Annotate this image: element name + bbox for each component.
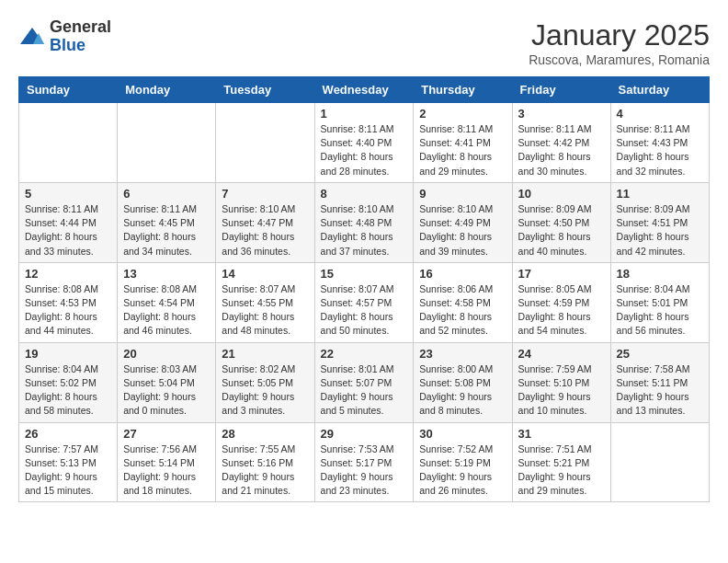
logo-text: General Blue bbox=[50, 18, 111, 55]
day-info: Sunrise: 8:06 AM Sunset: 4:58 PM Dayligh… bbox=[419, 282, 506, 339]
calendar-cell: 6Sunrise: 8:11 AM Sunset: 4:45 PM Daylig… bbox=[118, 182, 216, 262]
day-info: Sunrise: 7:56 AM Sunset: 5:14 PM Dayligh… bbox=[123, 442, 210, 499]
day-info: Sunrise: 8:10 AM Sunset: 4:47 PM Dayligh… bbox=[222, 202, 308, 259]
day-number: 27 bbox=[123, 427, 210, 441]
day-info: Sunrise: 8:03 AM Sunset: 5:04 PM Dayligh… bbox=[123, 362, 210, 419]
day-number: 17 bbox=[518, 267, 605, 281]
title-block: January 2025 Ruscova, Maramures, Romania bbox=[529, 18, 710, 67]
week-row-1: 1Sunrise: 8:11 AM Sunset: 4:40 PM Daylig… bbox=[19, 103, 710, 183]
calendar-cell: 16Sunrise: 8:06 AM Sunset: 4:58 PM Dayli… bbox=[414, 262, 512, 342]
day-info: Sunrise: 8:07 AM Sunset: 4:55 PM Dayligh… bbox=[222, 282, 308, 339]
calendar-cell: 13Sunrise: 8:08 AM Sunset: 4:54 PM Dayli… bbox=[118, 262, 216, 342]
logo: General Blue bbox=[18, 18, 111, 55]
day-info: Sunrise: 7:53 AM Sunset: 5:17 PM Dayligh… bbox=[321, 442, 408, 499]
calendar-cell: 3Sunrise: 8:11 AM Sunset: 4:42 PM Daylig… bbox=[512, 103, 610, 183]
calendar-cell: 10Sunrise: 8:09 AM Sunset: 4:50 PM Dayli… bbox=[512, 182, 610, 262]
weekday-header-friday: Friday bbox=[512, 77, 610, 103]
day-info: Sunrise: 8:04 AM Sunset: 5:02 PM Dayligh… bbox=[25, 362, 111, 419]
day-number: 23 bbox=[419, 347, 506, 361]
day-number: 15 bbox=[321, 267, 408, 281]
calendar-cell: 28Sunrise: 7:55 AM Sunset: 5:16 PM Dayli… bbox=[216, 422, 314, 502]
day-number: 18 bbox=[617, 267, 703, 281]
calendar-cell: 17Sunrise: 8:05 AM Sunset: 4:59 PM Dayli… bbox=[512, 262, 610, 342]
calendar-cell: 14Sunrise: 8:07 AM Sunset: 4:55 PM Dayli… bbox=[216, 262, 314, 342]
weekday-header-saturday: Saturday bbox=[610, 77, 709, 103]
calendar-cell: 12Sunrise: 8:08 AM Sunset: 4:53 PM Dayli… bbox=[19, 262, 118, 342]
day-number: 19 bbox=[25, 347, 111, 361]
day-info: Sunrise: 8:11 AM Sunset: 4:45 PM Dayligh… bbox=[123, 202, 210, 259]
day-number: 11 bbox=[617, 187, 703, 201]
calendar-cell: 2Sunrise: 8:11 AM Sunset: 4:41 PM Daylig… bbox=[414, 103, 512, 183]
day-info: Sunrise: 8:04 AM Sunset: 5:01 PM Dayligh… bbox=[617, 282, 703, 339]
calendar-cell: 31Sunrise: 7:51 AM Sunset: 5:21 PM Dayli… bbox=[512, 422, 610, 502]
day-info: Sunrise: 8:11 AM Sunset: 4:44 PM Dayligh… bbox=[25, 202, 111, 259]
day-number: 16 bbox=[419, 267, 506, 281]
day-info: Sunrise: 8:08 AM Sunset: 4:54 PM Dayligh… bbox=[123, 282, 210, 339]
day-number: 10 bbox=[518, 187, 605, 201]
calendar-cell: 30Sunrise: 7:52 AM Sunset: 5:19 PM Dayli… bbox=[414, 422, 512, 502]
day-number: 24 bbox=[518, 347, 605, 361]
day-number: 9 bbox=[419, 187, 506, 201]
calendar-table: SundayMondayTuesdayWednesdayThursdayFrid… bbox=[18, 76, 710, 502]
day-number: 20 bbox=[123, 347, 210, 361]
weekday-header-thursday: Thursday bbox=[414, 77, 512, 103]
day-number: 21 bbox=[222, 347, 308, 361]
day-info: Sunrise: 8:05 AM Sunset: 4:59 PM Dayligh… bbox=[518, 282, 605, 339]
day-number: 30 bbox=[419, 427, 506, 441]
day-number: 29 bbox=[321, 427, 408, 441]
calendar-cell bbox=[19, 103, 118, 183]
calendar-cell: 19Sunrise: 8:04 AM Sunset: 5:02 PM Dayli… bbox=[19, 342, 118, 422]
calendar-cell: 29Sunrise: 7:53 AM Sunset: 5:17 PM Dayli… bbox=[314, 422, 414, 502]
week-row-5: 26Sunrise: 7:57 AM Sunset: 5:13 PM Dayli… bbox=[19, 422, 710, 502]
day-info: Sunrise: 8:11 AM Sunset: 4:43 PM Dayligh… bbox=[617, 122, 703, 178]
day-info: Sunrise: 8:10 AM Sunset: 4:49 PM Dayligh… bbox=[419, 202, 506, 259]
day-info: Sunrise: 8:09 AM Sunset: 4:50 PM Dayligh… bbox=[518, 202, 605, 259]
logo-blue: Blue bbox=[50, 36, 85, 54]
day-info: Sunrise: 7:52 AM Sunset: 5:19 PM Dayligh… bbox=[419, 442, 506, 499]
day-number: 13 bbox=[123, 267, 210, 281]
logo-general: General bbox=[50, 17, 111, 36]
day-info: Sunrise: 8:10 AM Sunset: 4:48 PM Dayligh… bbox=[321, 202, 408, 259]
day-info: Sunrise: 7:51 AM Sunset: 5:21 PM Dayligh… bbox=[518, 442, 605, 499]
day-info: Sunrise: 8:08 AM Sunset: 4:53 PM Dayligh… bbox=[25, 282, 111, 339]
day-number: 14 bbox=[222, 267, 308, 281]
calendar-cell bbox=[610, 422, 709, 502]
weekday-header-sunday: Sunday bbox=[19, 77, 118, 103]
day-info: Sunrise: 8:11 AM Sunset: 4:42 PM Dayligh… bbox=[518, 122, 605, 178]
calendar-cell: 8Sunrise: 8:10 AM Sunset: 4:48 PM Daylig… bbox=[314, 182, 414, 262]
day-number: 25 bbox=[617, 347, 703, 361]
calendar-cell: 11Sunrise: 8:09 AM Sunset: 4:51 PM Dayli… bbox=[610, 182, 709, 262]
calendar-cell bbox=[118, 103, 216, 183]
day-number: 5 bbox=[25, 187, 111, 201]
calendar-cell: 21Sunrise: 8:02 AM Sunset: 5:05 PM Dayli… bbox=[216, 342, 314, 422]
calendar-cell: 4Sunrise: 8:11 AM Sunset: 4:43 PM Daylig… bbox=[610, 103, 709, 183]
week-row-3: 12Sunrise: 8:08 AM Sunset: 4:53 PM Dayli… bbox=[19, 262, 710, 342]
calendar-cell: 22Sunrise: 8:01 AM Sunset: 5:07 PM Dayli… bbox=[314, 342, 414, 422]
day-number: 2 bbox=[419, 107, 506, 121]
day-number: 4 bbox=[617, 107, 703, 121]
day-number: 8 bbox=[321, 187, 408, 201]
calendar-cell: 23Sunrise: 8:00 AM Sunset: 5:08 PM Dayli… bbox=[414, 342, 512, 422]
calendar-cell: 1Sunrise: 8:11 AM Sunset: 4:40 PM Daylig… bbox=[314, 103, 414, 183]
day-info: Sunrise: 8:11 AM Sunset: 4:41 PM Dayligh… bbox=[419, 122, 506, 178]
calendar-cell: 24Sunrise: 7:59 AM Sunset: 5:10 PM Dayli… bbox=[512, 342, 610, 422]
month-title: January 2025 bbox=[529, 18, 710, 52]
calendar-cell: 5Sunrise: 8:11 AM Sunset: 4:44 PM Daylig… bbox=[19, 182, 118, 262]
calendar-cell: 15Sunrise: 8:07 AM Sunset: 4:57 PM Dayli… bbox=[314, 262, 414, 342]
day-number: 26 bbox=[25, 427, 111, 441]
calendar-cell: 7Sunrise: 8:10 AM Sunset: 4:47 PM Daylig… bbox=[216, 182, 314, 262]
calendar-cell: 18Sunrise: 8:04 AM Sunset: 5:01 PM Dayli… bbox=[610, 262, 709, 342]
day-info: Sunrise: 8:01 AM Sunset: 5:07 PM Dayligh… bbox=[321, 362, 408, 419]
day-number: 6 bbox=[123, 187, 210, 201]
calendar-cell: 20Sunrise: 8:03 AM Sunset: 5:04 PM Dayli… bbox=[118, 342, 216, 422]
weekday-header-monday: Monday bbox=[118, 77, 216, 103]
calendar-cell: 27Sunrise: 7:56 AM Sunset: 5:14 PM Dayli… bbox=[118, 422, 216, 502]
day-info: Sunrise: 8:02 AM Sunset: 5:05 PM Dayligh… bbox=[222, 362, 308, 419]
weekday-header-tuesday: Tuesday bbox=[216, 77, 314, 103]
day-info: Sunrise: 7:57 AM Sunset: 5:13 PM Dayligh… bbox=[25, 442, 111, 499]
logo-icon bbox=[18, 26, 46, 48]
calendar-cell: 25Sunrise: 7:58 AM Sunset: 5:11 PM Dayli… bbox=[610, 342, 709, 422]
day-info: Sunrise: 7:59 AM Sunset: 5:10 PM Dayligh… bbox=[518, 362, 605, 419]
day-info: Sunrise: 8:07 AM Sunset: 4:57 PM Dayligh… bbox=[321, 282, 408, 339]
calendar-cell: 9Sunrise: 8:10 AM Sunset: 4:49 PM Daylig… bbox=[414, 182, 512, 262]
